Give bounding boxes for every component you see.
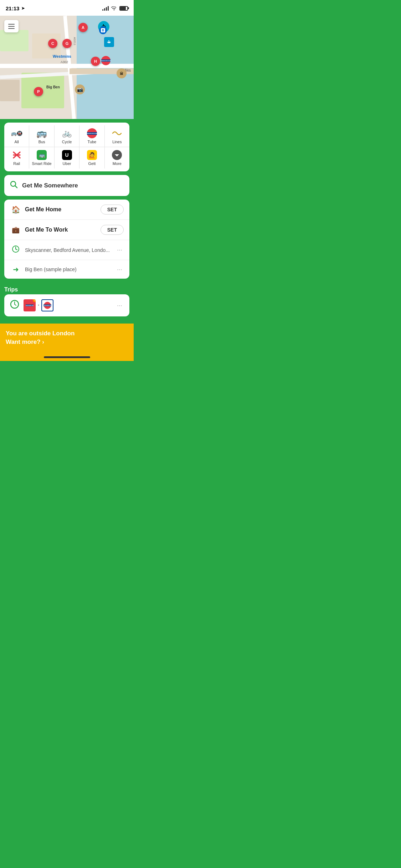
tube-icon: UNDERGROUND — [87, 128, 97, 138]
tube-label: Tube — [88, 140, 97, 144]
rail-icon — [12, 150, 22, 160]
svg-line-16 — [16, 249, 17, 250]
road-label-a302: A302 — [61, 60, 68, 64]
uber-label: Uber — [63, 161, 71, 166]
map-background — [0, 16, 134, 119]
lines-icon — [112, 128, 122, 138]
recent-2-dots-button[interactable]: ··· — [115, 266, 124, 273]
trips-card: UNDERGROUND i • UNDERGROUND ··· — [4, 294, 129, 316]
transport-item-tube[interactable]: UNDERGROUND Tube — [79, 125, 104, 147]
battery-icon — [119, 6, 128, 11]
outside-london-banner[interactable]: You are outside London Want more? › — [0, 324, 134, 353]
tfl-roundel-map: UNDERGROUND — [101, 56, 111, 67]
destination-home[interactable]: 🏠 Get Me Home SET — [4, 200, 129, 220]
want-more-link[interactable]: Want more? › — [6, 339, 44, 345]
svg-text:B: B — [102, 29, 104, 32]
destination-work[interactable]: 💼 Get Me To Work SET — [4, 220, 129, 240]
work-label: Get Me To Work — [25, 227, 101, 233]
transport-row-2: Rail 🚌 Smart Ride U Uber 🙋 — [4, 147, 129, 169]
banner-line2: Want more? — [6, 339, 41, 345]
transport-item-rail[interactable]: Rail — [4, 147, 29, 169]
transport-item-bus[interactable]: 🚌 Bus — [29, 125, 54, 147]
uber-icon: U — [62, 150, 72, 160]
camera-icon-bigben: 📷 — [75, 84, 85, 94]
cycle-icon: 🚲 — [62, 128, 72, 138]
road-label-a3211: A3211 — [73, 37, 76, 45]
bus-stop-icon: B — [99, 26, 107, 34]
transport-item-all[interactable]: 🚌🚇 All — [4, 125, 29, 147]
banner-line1: You are outside London — [6, 330, 74, 337]
transport-item-gett[interactable]: 🙋 Gett — [79, 147, 104, 169]
transport-item-more[interactable]: More — [105, 147, 129, 169]
home-indicator-bar — [44, 356, 90, 358]
home-indicator-area — [0, 353, 134, 361]
transport-item-smartride[interactable]: 🚌 Smart Ride — [29, 147, 54, 169]
status-bar: 21:13 ➤ — [0, 0, 134, 16]
search-bar[interactable]: Get Me Somewhere — [4, 175, 129, 196]
navigation-arrow-icon: ➤ — [21, 6, 25, 11]
smartride-icon: 🚌 — [37, 150, 47, 160]
map-menu-button[interactable] — [4, 20, 19, 32]
bus-label: Bus — [38, 140, 45, 144]
more-label: More — [113, 161, 122, 166]
search-icon — [10, 181, 18, 190]
set-home-button[interactable]: SET — [101, 205, 124, 215]
transport-item-lines[interactable]: Lines — [105, 125, 129, 147]
svg-line-13 — [15, 186, 17, 188]
trip-mode-tube-badge: UNDERGROUND — [41, 299, 53, 311]
map-pin-c[interactable]: C — [48, 39, 57, 48]
destinations-card: 🏠 Get Me Home SET 💼 Get Me To Work SET S… — [4, 200, 129, 279]
recent-icon-1 — [10, 245, 21, 255]
smartride-label: Smart Ride — [32, 161, 52, 166]
search-placeholder: Get Me Somewhere — [22, 182, 78, 189]
trips-section-title: Trips — [4, 286, 18, 293]
home-icon: 🏠 — [10, 205, 21, 214]
set-work-button[interactable]: SET — [101, 225, 124, 235]
outside-london-text: You are outside London Want more? › — [6, 329, 128, 346]
cycle-label: Cycle — [62, 140, 72, 144]
transport-grid-card: 🚌🚇 All 🚌 Bus 🚲 Cycle UNDER — [4, 123, 129, 171]
trip-clock-icon — [10, 300, 19, 311]
time-display: 21:13 — [6, 5, 19, 11]
trip-modes: UNDERGROUND i • UNDERGROUND — [24, 299, 115, 311]
recent-label-2: Big Ben (sample place) — [25, 267, 115, 272]
more-icon — [112, 150, 122, 160]
recent-1-dots-button[interactable]: ··· — [115, 246, 124, 254]
map-pin-a[interactable]: A — [78, 23, 88, 32]
transport-row-1: 🚌🚇 All 🚌 Bus 🚲 Cycle UNDER — [4, 125, 129, 147]
area-label-westminster: Westmins — [53, 54, 71, 58]
ferry-marker-icon: ⛴ — [104, 37, 114, 47]
banner-link-arrow: › — [41, 339, 44, 345]
content-area: 🚌🚇 All 🚌 Bus 🚲 Cycle UNDER — [0, 119, 134, 324]
transport-item-uber[interactable]: U Uber — [55, 147, 79, 169]
destination-recent-1[interactable]: Skyscanner, Bedford Avenue, Londo... ··· — [4, 240, 129, 260]
work-icon: 💼 — [10, 226, 21, 234]
trip-separator: • — [38, 303, 39, 308]
home-label: Get Me Home — [25, 206, 101, 213]
map-view[interactable]: A302 A3211 Big Ben Westmins Wes ⛴ ⛴ B A … — [0, 16, 134, 119]
landmark-label-bigben: Big Ben — [46, 85, 60, 89]
map-pin-h[interactable]: H — [91, 57, 100, 66]
svg-text:UNDERGROUND: UNDERGROUND — [26, 305, 34, 306]
trip-mode-bus-badge: UNDERGROUND i — [24, 299, 36, 311]
wifi-icon — [111, 5, 117, 11]
destination-recent-2[interactable]: ➜ Big Ben (sample place) ··· — [4, 260, 129, 279]
gett-label: Gett — [88, 161, 96, 166]
lines-label: Lines — [112, 140, 122, 144]
map-pin-g[interactable]: G — [62, 39, 72, 48]
rail-label: Rail — [13, 161, 20, 166]
transport-item-cycle[interactable]: 🚲 Cycle — [55, 125, 79, 147]
svg-text:UNDERGROUND: UNDERGROUND — [87, 133, 97, 134]
trip-dots-button[interactable]: ··· — [115, 302, 124, 309]
svg-line-19 — [15, 304, 16, 305]
all-transport-icon: 🚌🚇 — [11, 128, 22, 138]
trips-header: Trips — [4, 285, 129, 294]
bridge-marker-icon: 🏛 — [117, 68, 127, 78]
trip-item-1[interactable]: UNDERGROUND i • UNDERGROUND ··· — [4, 294, 129, 316]
map-pin-p[interactable]: P — [34, 87, 43, 96]
gett-icon: 🙋 — [87, 150, 97, 160]
svg-text:UNDERGROUND: UNDERGROUND — [101, 60, 111, 62]
signal-strength-icon — [102, 6, 109, 11]
svg-text:UNDERGROUND: UNDERGROUND — [43, 305, 51, 306]
arrow-icon: ➜ — [10, 265, 21, 274]
